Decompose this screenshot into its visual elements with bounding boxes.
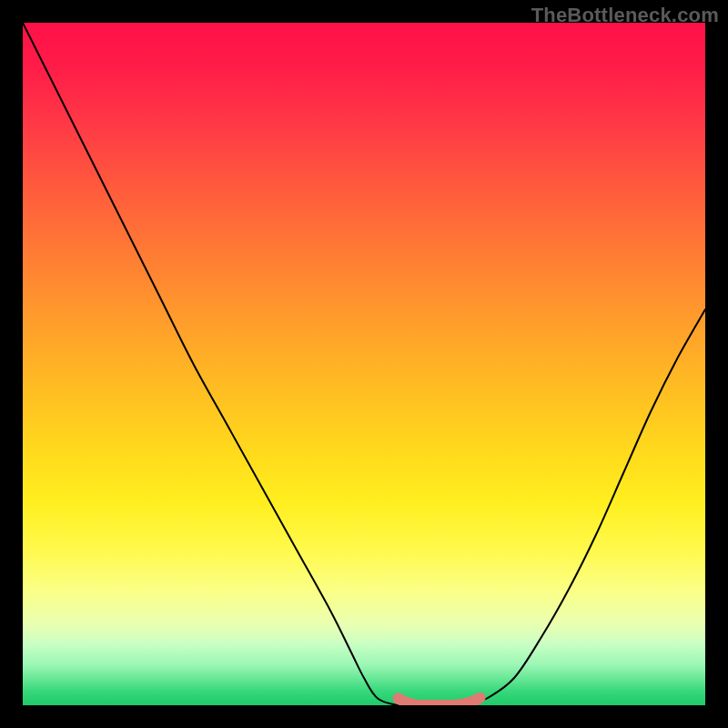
chart-root: TheBottleneck.com <box>0 0 728 728</box>
watermark-text: TheBottleneck.com <box>531 4 719 27</box>
optimal-band-line <box>399 698 480 705</box>
bottleneck-curve-line <box>23 23 705 705</box>
plot-area <box>23 23 705 705</box>
curve-layer <box>23 23 705 705</box>
